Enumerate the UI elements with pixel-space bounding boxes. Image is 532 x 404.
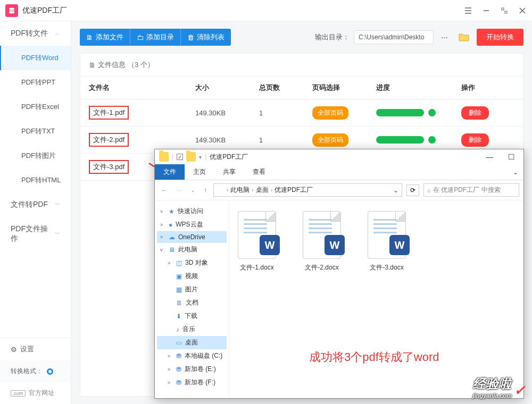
file-icon: 🗎 — [89, 61, 96, 69]
sidebar-group-pdf-ops[interactable]: PDF文件操作 ﹀ — [0, 217, 71, 251]
tree-item[interactable]: >●WPS云盘 — [157, 218, 227, 231]
start-convert-button[interactable]: 开始转换 — [477, 29, 523, 46]
open-folder-button[interactable] — [455, 31, 472, 44]
ribbon-expand-icon[interactable]: ⌄ — [508, 166, 523, 178]
progress-cell — [376, 109, 461, 116]
output-path-input[interactable] — [354, 30, 434, 44]
sidebar-item-pdf-to-ppt[interactable]: PDF转PPT — [0, 70, 71, 95]
tree-item[interactable]: >⛃本地磁盘 (C:) — [157, 349, 227, 363]
breadcrumb-dropdown-icon[interactable]: ⌄ — [393, 187, 398, 194]
breadcrumb-item[interactable]: 优速PDF工厂 — [275, 186, 313, 195]
col-progress: 进度 — [376, 83, 461, 92]
group-label: PDF文件操作 — [11, 224, 55, 243]
ribbon-file-tab[interactable]: 文件 — [155, 164, 185, 180]
close-icon[interactable] — [518, 6, 527, 15]
file-item[interactable]: W文件-3.docx — [368, 211, 406, 272]
col-action: 操作 — [461, 83, 514, 92]
add-file-button[interactable]: 🗎 添加文件 — [80, 29, 130, 46]
minimize-icon[interactable]: — — [481, 152, 497, 162]
pages-cell: 1 — [259, 136, 312, 144]
tree-item[interactable]: >⛃新加卷 (E:) — [157, 363, 227, 376]
table-caption: 🗎 文件信息 （3 个） — [80, 54, 523, 76]
file-name: 文件-2.docx — [305, 263, 338, 272]
table-header: 文件名 大小 总页数 页码选择 进度 操作 — [80, 76, 523, 99]
clear-list-button[interactable]: 🗑 清除列表 — [180, 29, 231, 46]
file-name: 文件-3.docx — [370, 263, 403, 272]
tree-item[interactable]: >★快速访问 — [157, 205, 227, 218]
format-selector[interactable]: 转换格式： — [0, 360, 71, 382]
maximize-icon[interactable] — [500, 6, 509, 15]
gear-icon: ⚙ — [11, 346, 17, 354]
explorer-ribbon: 文件 主页 共享 查看 ⌄ — [155, 164, 523, 180]
tree-item[interactable]: ▦图片 — [157, 283, 227, 296]
delete-button[interactable]: 删除 — [461, 133, 489, 147]
checkbox-icon[interactable]: ✓ — [177, 154, 183, 160]
explorer-tree: >★快速访问>●WPS云盘>☁OneDrivev🖥此电脑>◫3D 对象▣视频▦图… — [155, 200, 229, 398]
btn-label: 添加目录 — [146, 32, 174, 42]
group-label: PDF转文件 — [11, 29, 48, 38]
ribbon-view-tab[interactable]: 查看 — [244, 164, 274, 180]
menu-icon[interactable] — [464, 6, 472, 15]
browse-button[interactable]: ⋯ — [438, 31, 451, 44]
minimize-icon[interactable] — [482, 6, 491, 15]
ribbon-home-tab[interactable]: 主页 — [185, 164, 214, 180]
folder-icon — [186, 152, 196, 162]
search-icon: ⌕ — [427, 187, 431, 194]
refresh-icon[interactable]: ⟳ — [406, 184, 419, 196]
size-cell: 149.30KB — [195, 136, 259, 144]
breadcrumb-item[interactable]: 桌面 — [256, 186, 269, 195]
col-pages: 总页数 — [259, 83, 312, 92]
file-name-cell: 文件-3.pdf — [89, 160, 129, 174]
file-item[interactable]: W文件-1.docx — [238, 211, 276, 272]
col-range: 页码选择 — [312, 83, 376, 92]
official-link[interactable]: .com 官方网址 — [0, 382, 71, 404]
search-input[interactable]: ⌕ 在 优速PDF工厂 中搜索 — [423, 183, 519, 197]
vert-divider: | — [172, 153, 173, 161]
sidebar-item-pdf-to-image[interactable]: PDF转图片 — [0, 144, 71, 168]
file-item[interactable]: W文件-2.docx — [303, 211, 341, 272]
tree-item[interactable]: v🖥此电脑 — [157, 243, 227, 256]
globe-icon: .com — [11, 390, 26, 397]
tree-item[interactable]: ▣视频 — [157, 270, 227, 283]
nav-recent-icon[interactable]: ⌄ — [189, 187, 197, 194]
vert-divider: | — [205, 153, 206, 161]
sidebar-item-pdf-to-txt[interactable]: PDF转TXT — [0, 119, 71, 144]
radio-icon — [47, 368, 53, 375]
explorer-window: | ✓ ▾ | 优速PDF工厂 — ☐ 文件 主页 共享 查看 ⌄ ← → ⌄ … — [154, 149, 524, 399]
table-row: 文件-1.pdf 149.30KB 1 全部页码 删除 — [80, 99, 523, 127]
file-plus-icon: 🗎 — [86, 33, 93, 41]
tree-item[interactable]: ⬇下载 — [157, 309, 227, 323]
sidebar-item-pdf-to-word[interactable]: PDF转Word — [0, 46, 71, 70]
sidebar-group-file-to-pdf[interactable]: 文件转PDF ﹀ — [0, 192, 71, 217]
page-range-button[interactable]: 全部页码 — [312, 133, 348, 147]
tree-item[interactable]: ▭桌面 — [157, 336, 227, 349]
tree-item[interactable]: >⛃新加卷 (F:) — [157, 376, 227, 389]
breadcrumb-item[interactable]: 此电脑 — [230, 186, 250, 195]
official-label: 官方网址 — [29, 389, 54, 398]
col-name: 文件名 — [89, 83, 195, 92]
app-title: 优速PDF工厂 — [22, 6, 67, 15]
format-label: 转换格式： — [11, 367, 43, 376]
sidebar-group-pdf-to-file[interactable]: PDF转文件 ︿ — [0, 21, 71, 46]
add-folder-button[interactable]: 🗀 添加目录 — [130, 29, 180, 46]
settings-button[interactable]: ⚙ 设置 — [0, 338, 71, 360]
ribbon-share-tab[interactable]: 共享 — [214, 164, 244, 180]
tree-item[interactable]: >◫3D 对象 — [157, 256, 227, 270]
sidebar-item-pdf-to-excel[interactable]: PDF转Excel — [0, 95, 71, 119]
check-icon — [428, 136, 436, 144]
breadcrumb[interactable]: › 此电脑 › 桌面 › 优速PDF工厂 ⌄ — [213, 183, 402, 197]
btn-label: 添加文件 — [96, 32, 123, 42]
nav-up-icon[interactable]: ↑ — [202, 186, 209, 195]
nav-forward-icon[interactable]: → — [174, 186, 185, 195]
delete-button[interactable]: 删除 — [461, 106, 489, 120]
tree-item[interactable]: 🗎文档 — [157, 296, 227, 309]
tree-item[interactable]: ♪音乐 — [157, 323, 227, 336]
folder-icon — [217, 187, 225, 194]
chevron-up-icon: ︿ — [55, 30, 60, 37]
nav-back-icon[interactable]: ← — [159, 186, 170, 195]
sidebar-item-pdf-to-html[interactable]: PDF转HTML — [0, 168, 71, 192]
explorer-title: 优速PDF工厂 — [210, 153, 248, 162]
tree-item[interactable]: >☁OneDrive — [157, 231, 227, 243]
page-range-button[interactable]: 全部页码 — [312, 106, 348, 120]
maximize-icon[interactable]: ☐ — [504, 152, 519, 162]
